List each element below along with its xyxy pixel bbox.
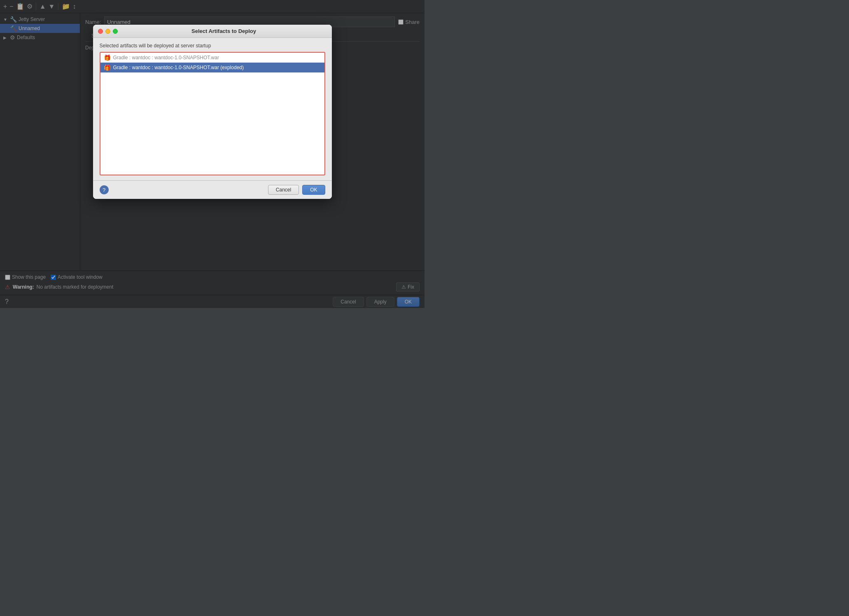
artifact-item-1[interactable]: 🎁 Gradle : wantdoc : wantdoc-1.0-SNAPSHO… (100, 63, 324, 72)
modal-overlay: Select Artifacts to Deploy Selected arti… (0, 0, 424, 308)
close-button[interactable] (98, 29, 103, 34)
artifact-icon-1: 🎁 (104, 64, 111, 71)
modal-dialog: Select Artifacts to Deploy Selected arti… (93, 25, 332, 199)
artifact-label-0: Gradle : wantdoc : wantdoc-1.0-SNAPSHOT.… (113, 55, 219, 61)
modal-footer: ? Cancel OK (93, 180, 332, 199)
modal-help-button[interactable]: ? (100, 185, 109, 194)
modal-ok-button[interactable]: OK (302, 185, 325, 195)
modal-description: Selected artifacts will be deployed at s… (100, 43, 325, 49)
modal-titlebar: Select Artifacts to Deploy (93, 25, 332, 38)
modal-title: Select Artifacts to Deploy (121, 28, 327, 34)
minimize-button[interactable] (105, 29, 110, 34)
traffic-lights (98, 29, 118, 34)
modal-body: Selected artifacts will be deployed at s… (93, 38, 332, 180)
artifact-label-1: Gradle : wantdoc : wantdoc-1.0-SNAPSHOT.… (113, 65, 244, 70)
modal-cancel-button[interactable]: Cancel (268, 185, 299, 195)
maximize-button[interactable] (113, 29, 118, 34)
artifact-list[interactable]: 🎁 Gradle : wantdoc : wantdoc-1.0-SNAPSHO… (100, 52, 325, 175)
artifact-item-0[interactable]: 🎁 Gradle : wantdoc : wantdoc-1.0-SNAPSHO… (100, 53, 324, 63)
artifact-icon-0: 🎁 (104, 54, 111, 61)
